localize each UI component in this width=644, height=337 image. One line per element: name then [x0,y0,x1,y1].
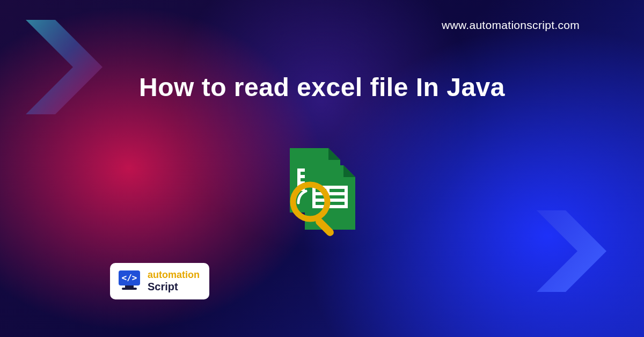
svg-rect-13 [345,186,348,208]
svg-text:</>: </> [122,273,137,283]
website-url: www.automationscript.com [442,19,580,32]
logo-line2: Script [148,281,200,292]
chevron-right-icon [8,8,126,126]
brand-logo: </> automation Script [110,263,209,299]
spreadsheet-search-icon [274,144,370,240]
page-title: How to read excel file In Java [0,72,644,102]
logo-text: automation Script [148,270,200,292]
svg-rect-8 [312,192,348,195]
svg-rect-17 [125,285,134,288]
chevron-right-icon [521,197,628,305]
svg-rect-10 [312,205,348,208]
svg-rect-18 [122,288,137,290]
code-monitor-icon: </> [116,268,142,294]
svg-rect-11 [312,186,316,208]
logo-line1: automation [148,270,200,281]
